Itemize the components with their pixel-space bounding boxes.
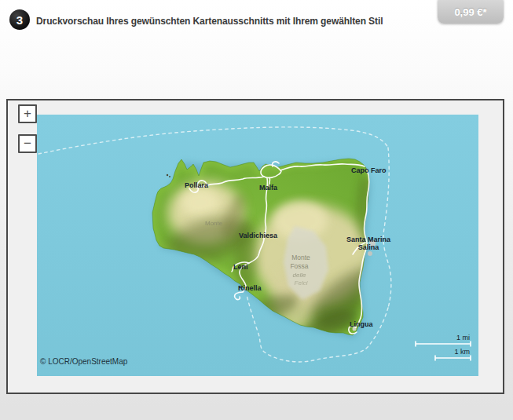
page: 3 Druckvorschau Ihres gewünschten Karten… — [0, 0, 513, 420]
map-label-monte-fossa-4: Felci — [295, 279, 308, 287]
map-label-monte-dei-porri: Monte — [205, 220, 223, 227]
map-label-santa-marina: Santa Marina — [346, 236, 391, 243]
map-svg: Monte Monte Fossa delle Felci Pollara Ma… — [37, 115, 478, 376]
zoom-in-button[interactable]: + — [18, 104, 37, 123]
map-label-monte-fossa-3: delle — [293, 272, 306, 279]
step-badge: 3 — [9, 9, 30, 30]
map-label-monte-fossa-1: Monte — [291, 254, 310, 261]
map-label-lingua: Lingua — [350, 320, 373, 328]
page-title: Druckvorschau Ihres gewünschten Kartenau… — [36, 16, 445, 27]
map-label-malfa: Malfa — [259, 184, 278, 192]
map-label-capo-faro: Capo Faro — [351, 166, 387, 174]
step-number: 3 — [16, 13, 23, 27]
scale-km-label: 1 km — [454, 348, 470, 356]
map-label-pollara: Pollara — [185, 181, 209, 189]
zoom-out-button[interactable]: − — [18, 134, 37, 153]
map-label-rinella: Rinella — [238, 284, 262, 292]
map-attribution: © LOCR/OpenStreetMap — [40, 357, 128, 366]
price-badge: 0,99 €* — [438, 0, 504, 24]
map-label-leni: Leni — [233, 263, 248, 271]
map-label-monte-fossa-2: Fossa — [290, 262, 308, 270]
scale-mi-label: 1 mi — [456, 334, 470, 341]
map-label-salina: Salina — [358, 243, 380, 251]
plus-icon: + — [24, 107, 31, 121]
map-label-valdichiesa: Valdichiesa — [239, 232, 278, 239]
minus-icon: − — [24, 137, 31, 151]
map-canvas[interactable]: Monte Monte Fossa delle Felci Pollara Ma… — [37, 115, 478, 376]
map-preview-panel: + − — [6, 99, 504, 394]
